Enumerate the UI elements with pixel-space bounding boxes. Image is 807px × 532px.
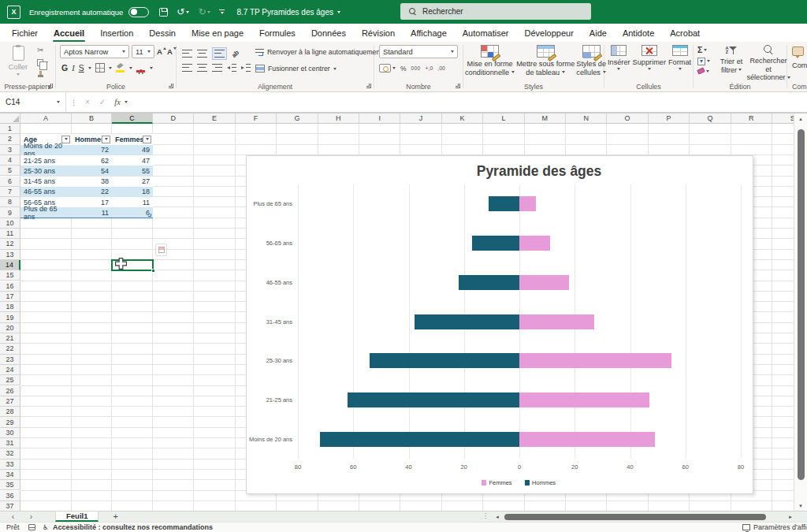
cancel-entry-icon[interactable]: × (85, 98, 90, 106)
ribbon-tab-révision[interactable]: Révision (354, 24, 403, 42)
table-cell[interactable]: 11 (112, 197, 153, 207)
quick-analysis-button[interactable] (155, 244, 167, 256)
row-header-9[interactable]: 9 (0, 207, 20, 218)
display-settings-button[interactable]: Paramètres d'affic (742, 523, 807, 531)
column-header-E[interactable]: E (194, 113, 235, 124)
row-header-4[interactable]: 4 (0, 155, 20, 166)
ribbon-tab-formules[interactable]: Formules (251, 24, 303, 42)
column-header-N[interactable]: N (566, 113, 607, 124)
table-cell[interactable]: 38 (72, 177, 112, 187)
row-header-26[interactable]: 26 (0, 386, 20, 396)
macro-record-icon[interactable] (28, 524, 35, 530)
table-cell[interactable]: Plus de 65 ans (20, 207, 72, 218)
fill-color-button[interactable] (116, 63, 125, 73)
bar-femmes[interactable] (519, 432, 655, 447)
align-left-button[interactable] (182, 64, 192, 72)
grow-font-button[interactable]: A (157, 47, 166, 56)
name-box[interactable]: C14 (0, 92, 66, 112)
scroll-right-icon[interactable]: ► (788, 515, 793, 520)
filter-button-hommes[interactable] (102, 136, 110, 143)
row-header-3[interactable]: 3 (0, 145, 20, 155)
chart[interactable]: Pyramide des âges 80604020020406080Plus … (246, 155, 753, 494)
add-sheet-icon[interactable]: + (113, 512, 117, 522)
ribbon-tab-acrobat[interactable]: Acrobat (662, 24, 708, 42)
bar-femmes[interactable] (519, 392, 649, 407)
row-header-24[interactable]: 24 (0, 365, 20, 375)
column-header-O[interactable]: O (607, 113, 648, 124)
row-header-11[interactable]: 11 (0, 229, 20, 239)
table-cell[interactable]: 17 (72, 197, 112, 207)
column-header-R[interactable]: R (731, 113, 772, 124)
wrap-text-button[interactable]: Renvoyer à la ligne automatiquement (255, 48, 382, 56)
row-header-37[interactable]: 37 (0, 501, 20, 511)
increase-decimal-button[interactable]: +,0 (426, 65, 433, 71)
ribbon-tab-aide[interactable]: Aide (582, 24, 615, 42)
insert-function-icon[interactable]: fx (114, 98, 121, 106)
table-resize-handle[interactable] (148, 214, 151, 217)
table-cell[interactable]: 11 (72, 207, 112, 218)
ribbon-tab-développeur[interactable]: Développeur (516, 24, 581, 42)
decrease-indent-button[interactable] (227, 64, 236, 72)
vertical-scrollbar[interactable]: ▲ ▼ (794, 113, 807, 511)
row-header-16[interactable]: 16 (0, 281, 20, 292)
formula-input[interactable] (128, 92, 807, 112)
font-name-select[interactable]: Aptos Narrow (60, 45, 129, 58)
ribbon-tab-antidote[interactable]: Antidote (615, 24, 662, 42)
cut-button[interactable]: ✂ (37, 47, 43, 54)
comments-icon[interactable] (792, 47, 804, 56)
scroll-down-icon[interactable]: ▼ (794, 500, 807, 511)
thousands-separator-button[interactable]: 000 (411, 65, 421, 71)
column-header-C[interactable]: C (112, 113, 153, 124)
delete-cells-button[interactable]: Supprimer (633, 45, 666, 82)
bar-hommes[interactable] (459, 275, 519, 290)
increase-indent-button[interactable] (241, 64, 251, 72)
column-header-J[interactable]: J (400, 113, 441, 124)
row-header-15[interactable]: 15 (0, 270, 20, 281)
confirm-entry-icon[interactable]: ✓ (99, 98, 106, 106)
legend-item-femmes[interactable]: Femmes (482, 479, 512, 486)
bar-femmes[interactable] (519, 196, 536, 211)
row-header-33[interactable]: 33 (0, 459, 20, 470)
align-bottom-button[interactable] (212, 47, 227, 60)
merge-center-button[interactable]: Fusionner et centrer (255, 65, 337, 73)
document-title[interactable]: 8.7 TP Pyramides des âges (236, 8, 340, 17)
italic-button[interactable]: I (72, 64, 75, 73)
find-select-button[interactable]: Rechercher et sélectionner (751, 45, 786, 82)
row-header-28[interactable]: 28 (0, 407, 20, 417)
previous-sheet-icon[interactable]: ‹ (8, 512, 18, 522)
quick-access-overflow-button[interactable] (219, 9, 225, 14)
table-cell[interactable]: 21-25 ans (20, 155, 72, 166)
table-cell[interactable]: 46-55 ans (20, 187, 72, 197)
row-header-12[interactable]: 12 (0, 239, 20, 249)
conditional-formatting-button[interactable]: Mise en forme conditionnelle (465, 45, 515, 82)
decrease-decimal-button[interactable]: ,00 (437, 65, 444, 71)
font-color-button[interactable]: A (136, 63, 146, 73)
ribbon-tab-insertion[interactable]: Insertion (92, 24, 141, 42)
table-cell[interactable]: 6 (112, 207, 153, 218)
ribbon-tab-données[interactable]: Données (303, 24, 354, 42)
fill-handle[interactable] (151, 269, 155, 273)
clear-button[interactable] (697, 69, 710, 73)
column-header-H[interactable]: H (318, 113, 359, 124)
sort-filter-button[interactable]: AZ Trier et filtrer (714, 45, 749, 82)
row-header-36[interactable]: 36 (0, 491, 20, 501)
row-header-25[interactable]: 25 (0, 375, 20, 385)
underline-button[interactable]: S (79, 63, 84, 73)
column-header-I[interactable]: I (359, 113, 400, 124)
row-header-18[interactable]: 18 (0, 302, 20, 312)
column-header-Q[interactable]: Q (690, 113, 731, 124)
borders-button[interactable] (95, 63, 105, 73)
clipboard-dialog-launcher-icon[interactable] (48, 84, 53, 88)
table-cell[interactable]: 72 (72, 145, 112, 155)
bar-hommes[interactable] (472, 236, 519, 251)
vertical-scrollbar-thumb[interactable] (798, 129, 805, 480)
accessibility-status[interactable]: Accessibilité : consultez nos recommanda… (53, 523, 213, 531)
table-cell[interactable]: Moins de 20 ans (20, 145, 72, 155)
fill-button[interactable] (697, 58, 710, 65)
ribbon-tab-automatiser[interactable]: Automatiser (455, 24, 517, 42)
row-header-17[interactable]: 17 (0, 292, 20, 302)
column-header-D[interactable]: D (153, 113, 194, 124)
legend-item-hommes[interactable]: Hommes (525, 479, 556, 486)
column-header-A[interactable]: A (20, 113, 72, 124)
format-as-table-button[interactable]: Mettre sous forme de tableau (516, 45, 575, 82)
